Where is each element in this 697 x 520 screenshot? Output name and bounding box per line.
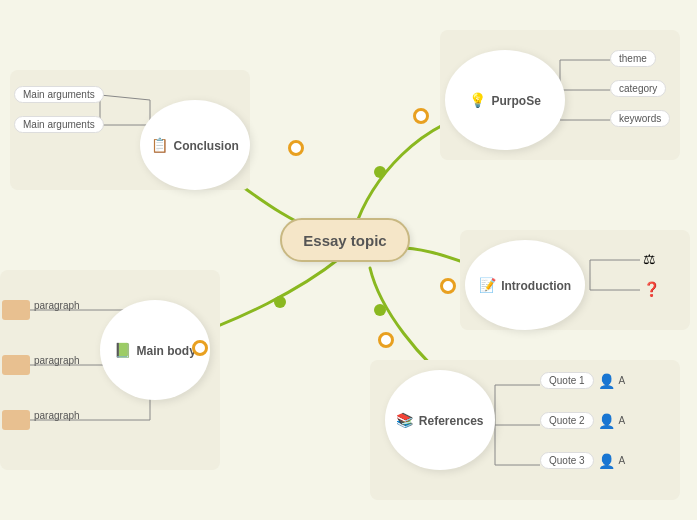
conclusion-arg1: Main arguments (14, 84, 104, 105)
mainbody-para1: paragraph (34, 300, 80, 311)
svg-text:⚖: ⚖ (643, 251, 656, 267)
dot-intro (440, 278, 456, 294)
dot-ref-upper (378, 332, 394, 348)
dot-conclusion (288, 140, 304, 156)
central-node[interactable]: Essay topic (280, 218, 410, 262)
conclusion-arg2: Main arguments (14, 114, 104, 135)
mainbody-para3: paragraph (34, 410, 80, 421)
svg-rect-18 (2, 300, 30, 320)
references-node[interactable]: 📚 References (385, 370, 495, 470)
dot-purpose (413, 108, 429, 124)
mainbody-para2: paragraph (34, 355, 80, 366)
ref-quote1: Quote 1 👤 A (540, 370, 625, 391)
conclusion-node[interactable]: 📋 Conclusion (140, 100, 250, 190)
svg-point-2 (274, 296, 286, 308)
ref-quote3: Quote 3 👤 A (540, 450, 625, 471)
purpose-category: category (610, 78, 666, 99)
svg-rect-20 (2, 410, 30, 430)
svg-point-1 (374, 166, 386, 178)
ref-quote2: Quote 2 👤 A (540, 410, 625, 431)
mainbody-icon: 📗 (114, 342, 131, 358)
intro-icon: 📝 (479, 277, 496, 293)
purpose-icon: 💡 (469, 92, 486, 108)
svg-point-3 (374, 304, 386, 316)
central-label: Essay topic (303, 232, 386, 249)
svg-line-5 (100, 95, 150, 100)
conclusion-icon: 📋 (151, 137, 168, 153)
svg-text:❓: ❓ (643, 281, 661, 298)
references-icon: 📚 (396, 412, 413, 428)
dot-mainbody (192, 340, 208, 356)
purpose-keywords: keywords (610, 108, 670, 129)
svg-rect-19 (2, 355, 30, 375)
purpose-node[interactable]: 💡 PurpoSe (445, 50, 565, 150)
purpose-theme: theme (610, 48, 656, 69)
intro-node[interactable]: 📝 Introduction (465, 240, 585, 330)
